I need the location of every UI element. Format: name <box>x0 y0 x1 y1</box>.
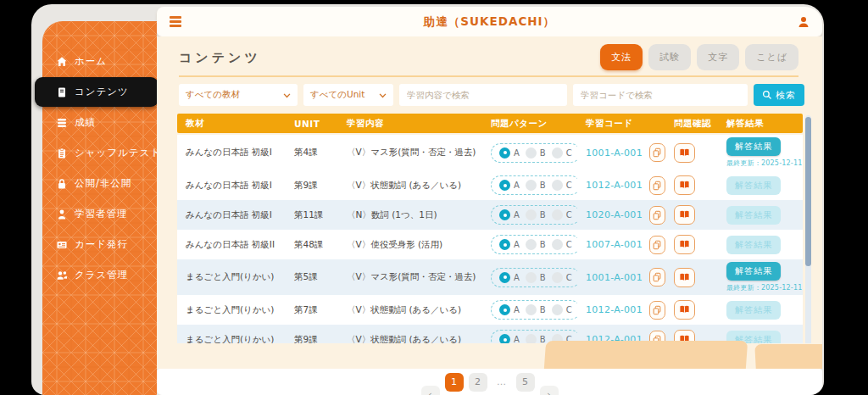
pattern-radio-group: ABC <box>491 143 577 163</box>
pattern-option-b[interactable]: B <box>526 180 546 191</box>
pattern-option-b[interactable]: B <box>526 239 546 250</box>
cell-confirm <box>665 268 718 287</box>
copy-code-button[interactable] <box>649 143 665 162</box>
radio-selected-icon[interactable] <box>499 147 510 159</box>
cell-result: 解答結果 <box>718 301 803 320</box>
pagination-page-1[interactable]: 1 <box>445 373 464 392</box>
copy-code-button[interactable] <box>649 301 665 320</box>
learning-code-link[interactable]: 1001-A-001 <box>586 272 643 283</box>
learning-code-link[interactable]: 1020-A-001 <box>586 209 643 220</box>
question-confirm-button[interactable] <box>674 205 695 225</box>
pattern-option-a[interactable]: A <box>499 180 520 191</box>
radio-selected-icon[interactable] <box>499 209 510 220</box>
sidebar-item-grades[interactable]: 成績 <box>42 108 157 137</box>
answer-result-button[interactable]: 解答結果 <box>726 301 781 320</box>
sidebar-item-class-management[interactable]: クラス管理 <box>42 260 157 290</box>
sidebar-item-publish[interactable]: 公開/非公開 <box>42 169 157 198</box>
radio-unselected-icon[interactable] <box>526 180 537 191</box>
pagination-page-2[interactable]: 2 <box>469 373 487 392</box>
pattern-option-a[interactable]: A <box>499 209 520 220</box>
content-search-input[interactable] <box>399 84 567 106</box>
pattern-option-label: A <box>514 305 520 314</box>
radio-unselected-icon[interactable] <box>526 272 537 283</box>
pattern-option-a[interactable]: A <box>499 147 520 159</box>
pattern-option-label: B <box>540 273 546 282</box>
learning-code-link[interactable]: 1012-A-001 <box>586 180 643 191</box>
cell-code: 1020-A-001 <box>577 206 665 225</box>
radio-unselected-icon[interactable] <box>526 209 537 220</box>
search-button[interactable]: 検索 <box>754 84 804 106</box>
question-confirm-button[interactable] <box>674 175 695 195</box>
learning-code-link[interactable]: 1012-A-001 <box>586 304 643 315</box>
sidebar-item-label: 学習者管理 <box>75 208 128 220</box>
radio-selected-icon[interactable] <box>499 304 510 315</box>
radio-unselected-icon[interactable] <box>526 239 537 250</box>
sidebar-item-shuffle-test[interactable]: シャッフルテスト <box>42 138 157 168</box>
radio-unselected-icon[interactable] <box>552 239 563 250</box>
pattern-option-c[interactable]: C <box>552 272 572 283</box>
pattern-option-b[interactable]: B <box>526 304 546 315</box>
question-confirm-button[interactable] <box>674 300 695 320</box>
radio-unselected-icon[interactable] <box>552 209 563 220</box>
code-search-input[interactable] <box>573 84 748 106</box>
radio-selected-icon[interactable] <box>499 272 510 283</box>
sidebar-item-card-issue[interactable]: カード発行 <box>42 230 157 259</box>
pagination-page-5[interactable]: 5 <box>516 373 535 392</box>
pattern-option-c[interactable]: C <box>552 180 572 191</box>
sidebar-item-learner-management[interactable]: 学習者管理 <box>42 199 157 229</box>
book-icon <box>56 86 68 98</box>
learning-code-link[interactable]: 1001-A-001 <box>586 147 643 159</box>
tab-exam[interactable]: 試験 <box>648 44 691 70</box>
copy-code-button[interactable] <box>649 206 665 225</box>
answer-result-button[interactable]: 解答結果 <box>726 236 781 254</box>
question-confirm-button[interactable] <box>674 268 695 287</box>
answer-result-button[interactable]: 解答結果 <box>726 137 781 156</box>
answer-result-button[interactable]: 解答結果 <box>726 262 781 281</box>
answer-result-button[interactable]: 解答結果 <box>726 176 781 195</box>
last-updated-label: 最終更新：2025-12-11 <box>726 159 803 168</box>
radio-unselected-icon[interactable] <box>552 180 563 191</box>
tab-words[interactable]: ことば <box>745 44 798 70</box>
radio-unselected-icon[interactable] <box>526 304 537 315</box>
sidebar-item-home[interactable]: ホーム <box>42 47 157 76</box>
radio-unselected-icon[interactable] <box>552 272 563 283</box>
copy-code-button[interactable] <box>649 236 665 254</box>
title-underline <box>179 75 798 77</box>
pattern-option-a[interactable]: A <box>499 304 520 315</box>
user-icon[interactable] <box>797 15 810 29</box>
filter-bar: すべての教材 すべてのUnit 検索 <box>179 84 804 106</box>
pattern-option-b[interactable]: B <box>526 272 546 283</box>
pattern-option-c[interactable]: C <box>552 304 572 315</box>
learning-code-link[interactable]: 1007-A-001 <box>586 239 643 250</box>
table-row: みんなの日本語 初級II 第48課 〈V〉使役受身形 (活用) ABC 1007… <box>177 230 803 259</box>
radio-unselected-icon[interactable] <box>552 147 563 159</box>
copy-code-button[interactable] <box>649 268 665 287</box>
pattern-option-b[interactable]: B <box>526 209 546 220</box>
material-select[interactable]: すべての教材 <box>179 84 298 106</box>
radio-unselected-icon[interactable] <box>552 304 563 315</box>
pattern-option-c[interactable]: C <box>552 147 572 159</box>
tab-characters[interactable]: 文字 <box>697 44 739 70</box>
pagination-next-button[interactable]: › <box>540 386 559 395</box>
pattern-radio-group: ABC <box>491 235 577 254</box>
pagination-prev-button[interactable]: ‹ <box>421 386 440 395</box>
answer-result-button[interactable]: 解答結果 <box>726 206 781 225</box>
sidebar-item-contents[interactable]: コンテンツ <box>35 77 159 107</box>
pattern-option-c[interactable]: C <box>552 239 572 250</box>
pattern-option-c[interactable]: C <box>552 209 572 220</box>
radio-unselected-icon[interactable] <box>526 147 537 159</box>
tab-grammar[interactable]: 文法 <box>600 44 643 70</box>
open-book-icon <box>679 304 690 315</box>
radio-selected-icon[interactable] <box>499 239 510 250</box>
pattern-option-a[interactable]: A <box>499 272 520 283</box>
open-book-icon <box>679 239 690 250</box>
copy-code-button[interactable] <box>649 176 665 195</box>
pattern-option-a[interactable]: A <box>499 239 520 250</box>
question-confirm-button[interactable] <box>674 143 695 163</box>
table-scrollbar-thumb[interactable] <box>805 117 811 266</box>
pattern-radio-group: ABC <box>491 175 577 195</box>
pattern-option-b[interactable]: B <box>526 147 546 159</box>
unit-select[interactable]: すべてのUnit <box>303 84 393 106</box>
radio-selected-icon[interactable] <box>499 180 510 191</box>
question-confirm-button[interactable] <box>674 235 695 254</box>
